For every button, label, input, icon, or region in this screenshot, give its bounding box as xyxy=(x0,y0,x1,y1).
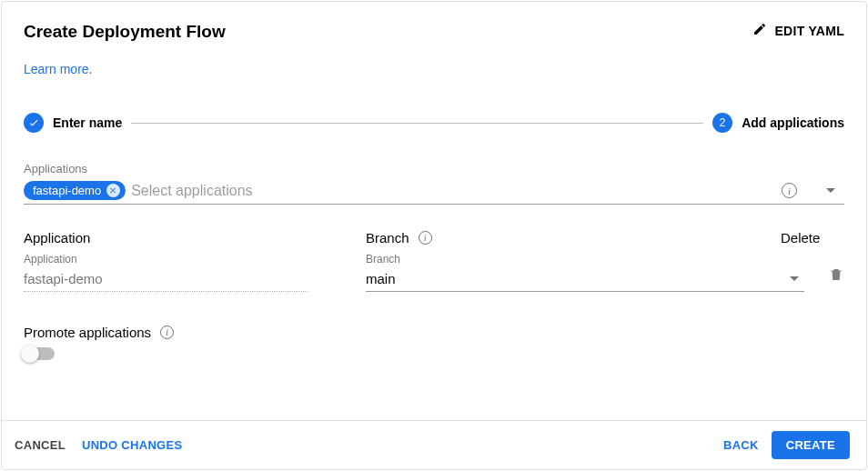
info-icon[interactable]: i xyxy=(782,183,797,198)
edit-yaml-button[interactable]: EDIT YAML xyxy=(752,22,844,39)
applications-placeholder: Select applications xyxy=(131,183,776,199)
application-field[interactable] xyxy=(24,267,308,292)
stepper: Enter name 2 Add applications xyxy=(24,113,844,133)
step-enter-name[interactable]: Enter name xyxy=(24,113,122,133)
column-delete: Delete xyxy=(781,230,844,246)
application-field-label: Application xyxy=(24,253,308,266)
toggle-knob xyxy=(21,345,39,363)
branch-field-label: Branch xyxy=(366,253,804,266)
branch-value: main xyxy=(366,271,790,286)
back-button[interactable]: BACK xyxy=(723,438,759,452)
pencil-icon xyxy=(752,22,767,39)
chevron-down-icon xyxy=(790,276,799,281)
step-connector xyxy=(131,123,703,124)
column-branch: Branch i xyxy=(366,230,781,246)
branch-select[interactable]: main xyxy=(366,267,804,292)
create-button[interactable]: CREATE xyxy=(772,431,850,459)
step-label: Enter name xyxy=(53,115,122,130)
dialog-title: Create Deployment Flow xyxy=(24,22,226,42)
column-application: Application xyxy=(24,230,366,246)
check-icon xyxy=(24,113,44,133)
application-chip: fastapi-demo xyxy=(24,181,126,200)
application-row: Application Branch main xyxy=(24,253,844,292)
learn-more-link[interactable]: Learn more. xyxy=(24,62,844,76)
info-icon[interactable]: i xyxy=(419,231,432,245)
chevron-down-icon[interactable] xyxy=(826,188,835,193)
promote-applications-label: Promote applications xyxy=(24,325,151,340)
delete-row-button[interactable] xyxy=(828,266,844,286)
edit-yaml-label: EDIT YAML xyxy=(774,24,844,38)
applications-select[interactable]: fastapi-demo Select applications i xyxy=(24,181,844,205)
chip-label: fastapi-demo xyxy=(33,184,101,197)
cancel-button[interactable]: CANCEL xyxy=(15,438,66,452)
applications-label: Applications xyxy=(24,162,844,175)
undo-changes-button[interactable]: UNDO CHANGES xyxy=(82,438,183,452)
columns-header: Application Branch i Delete xyxy=(24,230,844,246)
info-icon[interactable]: i xyxy=(160,326,174,339)
promote-applications-toggle[interactable] xyxy=(24,347,55,360)
create-deployment-flow-dialog: Create Deployment Flow EDIT YAML Learn m… xyxy=(1,1,867,470)
step-label: Add applications xyxy=(742,115,844,130)
dialog-footer: CANCEL UNDO CHANGES BACK CREATE xyxy=(2,420,866,469)
step-number-icon: 2 xyxy=(712,113,732,133)
chip-remove-icon[interactable] xyxy=(106,184,120,197)
step-add-applications[interactable]: 2 Add applications xyxy=(712,113,844,133)
